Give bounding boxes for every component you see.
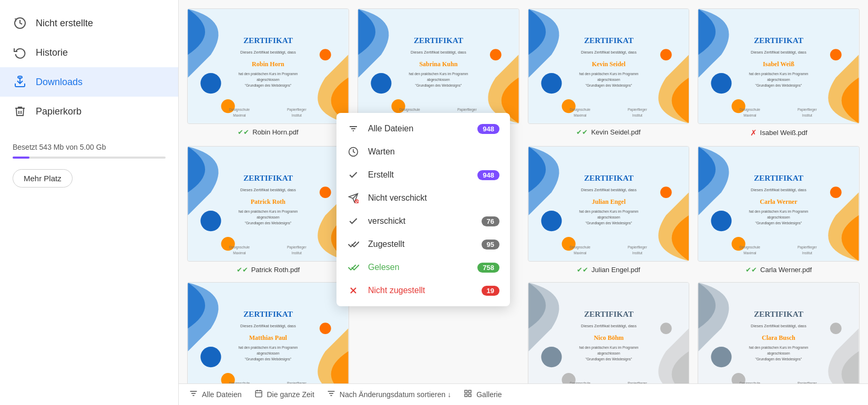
list-item[interactable]: ZERTIFIKAT Dieses Zertifikat bestätigt, …: [183, 278, 353, 383]
sidebar-item-downloads[interactable]: Downloads: [0, 67, 178, 97]
svg-text:Nico Böhm: Nico Böhm: [594, 334, 624, 341]
svg-rect-169: [465, 394, 467, 397]
double-check-icon: ✔✔: [237, 266, 248, 274]
certificate-filename: Kevin Seidel.pdf: [591, 128, 640, 136]
certificate-filename: Patrick Roth.pdf: [251, 266, 300, 274]
storage-text: Besetzt 543 Mb von 5.00 Gb: [13, 143, 166, 151]
svg-text:Dieses Zertifikat bestätigt, d: Dieses Zertifikat bestätigt, dass: [751, 188, 806, 192]
sidebar-item-nicht-erstellte[interactable]: Nicht erstellte: [0, 8, 178, 38]
certificate-filename: Carla Werner.pdf: [760, 266, 812, 274]
list-item[interactable]: ZERTIFIKAT Dieses Zertifikat bestätigt, …: [524, 278, 694, 383]
certificate-thumbnail: ZERTIFIKAT Dieses Zertifikat bestätigt, …: [528, 282, 690, 383]
svg-text:ZERTIFIKAT: ZERTIFIKAT: [584, 309, 633, 318]
sidebar-item-historie[interactable]: Historie: [0, 38, 178, 67]
bottom-bar-label: Die ganze Zeit: [267, 390, 314, 399]
grid-icon: [464, 389, 472, 400]
sidebar-item-label: Historie: [36, 47, 68, 58]
sidebar-item-label: Papierkorb: [36, 106, 81, 117]
svg-text:hat den praktischen Kurs im Pr: hat den praktischen Kurs im Programm: [579, 210, 638, 214]
svg-text:Carla Werner: Carla Werner: [760, 198, 798, 205]
calendar-icon: [254, 389, 263, 400]
svg-text:Dieses Zertifikat bestätigt, d: Dieses Zertifikat bestätigt, dass: [240, 324, 296, 328]
svg-rect-168: [469, 390, 472, 393]
storage-bar-background: [13, 157, 166, 159]
svg-text:abgeschlossen: abgeschlossen: [767, 351, 790, 356]
svg-text:Institut: Institut: [292, 251, 302, 255]
svg-text:"Grundlagen des Webdesigns": "Grundlagen des Webdesigns": [245, 84, 292, 88]
list-item[interactable]: ZERTIFIKAT Dieses Zertifikat bestätigt, …: [183, 4, 353, 142]
double-check-icon: ✔✔: [576, 128, 588, 136]
svg-line-153: [356, 201, 358, 202]
svg-point-78: [541, 211, 561, 231]
svg-text:Institut: Institut: [802, 113, 812, 117]
svg-point-22: [490, 49, 502, 60]
dropdown-item-erstellt[interactable]: Erstellt 948: [336, 163, 510, 186]
cross-red-icon: [347, 285, 360, 296]
svg-text:Papierflieger: Papierflieger: [798, 381, 817, 383]
list-item[interactable]: ZERTIFIKAT Dieses Zertifikat bestätigt, …: [693, 278, 864, 383]
svg-text:abgeschlossen: abgeschlossen: [257, 215, 280, 220]
bottom-bar-label: Nach Änderungsdatum sortieren ↓: [340, 390, 451, 399]
certificate-thumbnail: ZERTIFIKAT Dieses Zertifikat bestätigt, …: [698, 8, 860, 124]
bottom-bar-alle-dateien[interactable]: Alle Dateien: [189, 389, 242, 400]
svg-text:Maximal: Maximal: [744, 251, 757, 255]
list-item[interactable]: ZERTIFIKAT Dieses Zertifikat bestätigt, …: [524, 4, 694, 142]
dropdown-item-label: verschickt: [368, 216, 405, 226]
dropdown-item-label: Alle Dateien: [368, 124, 413, 133]
svg-text:Robin Horn: Robin Horn: [252, 60, 284, 68]
cross-icon: ✗: [750, 128, 757, 138]
list-item[interactable]: ZERTIFIKAT Dieses Zertifikat bestätigt, …: [693, 142, 864, 278]
svg-point-108: [320, 323, 331, 334]
bottom-bar-sortieren[interactable]: Nach Änderungsdatum sortieren ↓: [327, 389, 451, 400]
bottom-bar: Alle Dateien Die ganze Zeit: [179, 383, 868, 405]
svg-point-122: [660, 323, 671, 334]
trash-icon: [13, 104, 27, 119]
dropdown-badge: 948: [477, 170, 499, 180]
certificate-thumbnail: ZERTIFIKAT Dieses Zertifikat bestätigt, …: [358, 8, 519, 124]
bottom-bar-die-ganze-zeit[interactable]: Die ganze Zeit: [254, 389, 314, 400]
svg-point-50: [830, 49, 842, 60]
filter-dropdown: Alle Dateien 948 Warten Erstellt 948: [336, 113, 510, 306]
dropdown-item-nicht-zugestellt[interactable]: Nicht zugestellt 19: [336, 279, 510, 302]
dropdown-item-zugestellt[interactable]: Zugestellt 95: [336, 233, 510, 256]
svg-text:abgeschlossen: abgeschlossen: [767, 215, 790, 220]
list-item[interactable]: ZERTIFIKAT Dieses Zertifikat bestätigt, …: [693, 4, 864, 142]
svg-point-134: [711, 347, 732, 367]
dropdown-badge: 19: [482, 286, 499, 296]
dropdown-item-nicht-verschickt[interactable]: Nicht verschickt: [336, 186, 510, 210]
sidebar-item-papierkorb[interactable]: Papierkorb: [0, 97, 178, 126]
mehr-platz-button[interactable]: Mehr Platz: [13, 169, 73, 188]
history-icon: [13, 45, 27, 60]
dropdown-item-gelesen[interactable]: Gelesen 758: [336, 256, 510, 279]
dropdown-item-verschickt[interactable]: verschickt 76: [336, 210, 510, 233]
dropdown-badge: 758: [477, 263, 499, 273]
svg-text:Dieses Zertifikat bestätigt, d: Dieses Zertifikat bestätigt, dass: [751, 50, 806, 55]
certificate-label: ✔✔ Patrick Roth.pdf: [237, 266, 300, 274]
dropdown-item-warten[interactable]: Warten: [336, 140, 510, 163]
svg-text:hat den praktischen Kurs im Pr: hat den praktischen Kurs im Programm: [409, 72, 468, 76]
svg-point-36: [660, 49, 671, 60]
filter-icon: [189, 389, 198, 400]
svg-text:ZERTIFIKAT: ZERTIFIKAT: [584, 36, 633, 45]
svg-text:Dieses Zertifikat bestätigt, d: Dieses Zertifikat bestätigt, dass: [240, 188, 296, 192]
dropdown-item-label: Nicht verschickt: [368, 193, 427, 203]
svg-text:Dieses Zertifikat bestätigt, d: Dieses Zertifikat bestätigt, dass: [240, 50, 296, 55]
bottom-bar-gallerie[interactable]: Gallerie: [464, 389, 502, 400]
dropdown-item-label: Zugestellt: [368, 240, 404, 249]
list-item[interactable]: ZERTIFIKAT Dieses Zertifikat bestätigt, …: [524, 142, 694, 278]
svg-text:Clara Busch: Clara Busch: [762, 334, 795, 341]
send-blocked-icon: [347, 193, 360, 203]
double-check-icon: ✔✔: [577, 266, 588, 274]
svg-text:Patrick Roth: Patrick Roth: [251, 198, 285, 205]
svg-text:Designschule: Designschule: [569, 108, 590, 112]
main-content: ZERTIFIKAT Dieses Zertifikat bestätigt, …: [179, 0, 868, 405]
svg-text:Papierflieger: Papierflieger: [287, 108, 307, 112]
svg-text:Maximal: Maximal: [233, 251, 246, 255]
svg-text:Papierflieger: Papierflieger: [287, 245, 307, 250]
list-item[interactable]: ZERTIFIKAT Dieses Zertifikat bestätigt, …: [183, 142, 353, 278]
svg-text:Papierflieger: Papierflieger: [628, 108, 647, 112]
svg-text:Sabrina Kuhn: Sabrina Kuhn: [419, 60, 457, 68]
svg-text:Matthias Paul: Matthias Paul: [249, 334, 288, 341]
dropdown-item-alle-dateien[interactable]: Alle Dateien 948: [336, 117, 510, 140]
svg-text:ZERTIFIKAT: ZERTIFIKAT: [754, 36, 803, 45]
